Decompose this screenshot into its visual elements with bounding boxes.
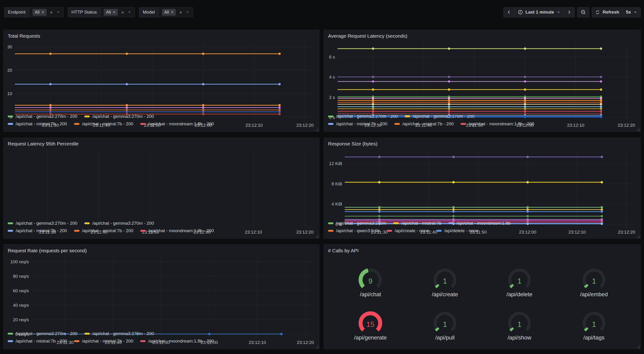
filter-endpoint-label: Endpoint [4,8,29,17]
legend-item[interactable]: /api/chat - gemma3:270m [328,221,386,226]
time-series-chart[interactable]: 0 req/s20 req/s40 req/s60 req/s80 req/s1… [5,255,316,329]
series-point [600,48,602,50]
zoom-out-icon [581,10,586,15]
legend-item[interactable]: /api/chat - mistral:7b - 200 [74,338,134,344]
filter-endpoint-value[interactable]: All × × [29,8,63,17]
y-axis-tick-label: 4 s [329,75,335,80]
legend-item[interactable]: /api/chat - mistral:7b - 200 [74,228,134,233]
y-axis-tick-label: 100 req/s [10,259,29,264]
legend-series-color [140,230,146,232]
filter-model-chip[interactable]: All × [162,9,176,16]
legend-item[interactable]: /api/chat - gemma3:270m - 200 [84,331,154,336]
legend-item[interactable]: /api/chat - mistral:7b [393,221,441,226]
legend-series-color [8,333,13,334]
clear-selection-icon[interactable]: × [179,10,182,15]
panel-title[interactable]: Average Request Latency (seconds) [324,33,640,40]
legend-item[interactable]: /api/chat - mistral:7b - 200 [328,121,388,127]
legend-item[interactable]: /api/chat - gemma3:270m - 200 [84,114,154,119]
panel-title[interactable]: # Calls by API [324,247,640,254]
series-point [600,208,603,211]
legend-item[interactable]: /api/chat - mistral:7b - 200 [8,121,67,127]
legend-item[interactable]: /api/chat - mistral:7b - 200 [74,121,134,127]
legend-series-label: /api/chat - mistral:7b - 200 [336,121,388,127]
series-point [600,101,602,103]
gauge-value: 1 [517,277,521,285]
panel-title[interactable]: Total Requests [4,33,319,40]
legend-item[interactable]: /api/chat - gemma3:270m - 200 [8,114,77,119]
legend-row: /api/chat - gemma3:270m - 200/api/chat -… [8,114,315,119]
time-range-picker-button[interactable]: Last 1 minute [514,8,564,17]
chevron-down-icon[interactable] [186,10,190,14]
refresh-button[interactable]: Refresh [592,8,623,17]
legend-item[interactable]: /api/create - none [387,228,429,233]
series-point [49,53,52,55]
legend-item[interactable]: /api/chat - moondream:1.8b - 200 [140,228,214,233]
y-axis-tick-label: 8 KiB [332,181,342,186]
legend-item[interactable]: /api/chat - mistral:7b - 200 [8,228,67,233]
time-series-chart[interactable]: 0 s2 s4 s6 s23:11:3023:11:4023:11:5023:1… [326,40,637,112]
series-point [378,215,380,217]
legend-item[interactable]: /api/chat - qwen3:0.6b [328,228,380,233]
chip-remove-icon[interactable]: × [171,10,174,15]
time-series-chart[interactable]: 23:11:3023:11:4023:11:5023:12:0023:12:10… [5,148,316,218]
gauge: 1/api/show [482,302,557,341]
gauge-value: 1 [592,277,596,285]
chevron-down-icon[interactable] [56,10,60,14]
chart-legend: /api/chat - gemma3:270m - 200/api/chat -… [4,329,319,347]
legend-item[interactable]: /api/chat - moondream:1.8b [448,221,510,226]
legend-series-label: /api/chat - moondream:1.8b - 200 [468,121,534,127]
filter-http-status-chip[interactable]: All × [104,9,118,16]
y-axis-tick-label: 40 req/s [13,303,29,308]
chevron-left-icon [507,10,511,14]
legend-series-color [84,222,90,224]
panel-title[interactable]: Request Latency 95th Percentile [4,141,319,148]
legend-item[interactable]: /api/chat - gemma3:270m - 200 [328,114,398,119]
chevron-down-icon[interactable] [128,10,131,14]
legend-item[interactable]: /api/chat - mistral:7b - 200 [8,338,67,344]
legend-item[interactable]: /api/delete - none [436,228,478,233]
legend-row: /api/chat - mistral:7b - 200/api/chat - … [8,121,315,127]
legend-item[interactable]: /api/chat - gemma3:270m - 200 [84,221,154,226]
zoom-out-button[interactable] [578,8,589,17]
series-point [378,210,380,213]
legend-series-label: /api/chat - mistral:7b - 200 [402,121,454,127]
gauge-value: 9 [368,277,372,285]
chevron-down-icon [634,10,637,14]
y-axis-tick-label: 12 KiB [329,161,342,166]
y-axis-tick-label: 20 req/s [13,317,29,322]
time-series-chart[interactable]: 010203023:11:3023:11:4023:11:5023:12:002… [5,40,316,112]
series-point [372,101,374,103]
legend-item[interactable]: /api/chat - gemma3:270m - 200 [405,114,474,119]
filter-model-value[interactable]: All × × [159,8,193,17]
gauge: 1/api/pull [408,302,482,341]
time-shift-back-button[interactable] [504,8,514,17]
legend-item[interactable]: /api/chat - gemma3:270m - 200 [8,331,77,336]
chip-remove-icon[interactable]: × [42,10,44,15]
series-point [600,81,602,83]
legend-item[interactable]: /api/chat - moondream:1.8b - 200 [460,121,534,127]
chip-remove-icon[interactable]: × [113,10,116,15]
time-shift-forward-button[interactable] [564,8,574,17]
filter-http-status-value[interactable]: All × × [100,8,134,17]
panel-title[interactable]: Request Rate (requests per second) [4,247,319,254]
legend-item[interactable]: /api/chat - moondream:1.8b - 200 [140,121,214,127]
clear-selection-icon[interactable]: × [121,10,124,15]
filter-endpoint-chip[interactable]: All × [32,9,46,16]
time-series-chart[interactable]: 0 B4 KiB8 KiB12 KiB23:11:3023:11:4023:11… [326,148,637,218]
legend-item[interactable]: /api/chat - mistral:7b - 200 [394,121,454,127]
panel-title[interactable]: Response Size (bytes) [324,141,640,148]
legend-series-color [74,230,80,232]
series-point [448,106,450,108]
refresh-interval-button[interactable]: 5s [623,8,640,17]
legend-row: /api/chat - mistral:7b - 200/api/chat - … [8,338,315,344]
clear-selection-icon[interactable]: × [50,10,53,15]
legend-series-label: /api/chat - gemma3:270m - 200 [16,221,77,226]
legend-series-color [328,116,334,117]
dashboard-toolbar: Endpoint All × × HTTP Status All × × [0,0,644,17]
legend-item[interactable]: /api/chat - gemma3:270m - 200 [8,221,77,226]
y-axis-tick-label: 6 s [329,55,335,59]
gauge-label: /api/embed [580,291,608,298]
filter-http-status-label: HTTP Status [68,8,100,17]
legend-item[interactable]: /api/chat - moondream:1.8b - 200 [140,338,214,344]
y-axis-tick-label: 20 [7,68,12,73]
